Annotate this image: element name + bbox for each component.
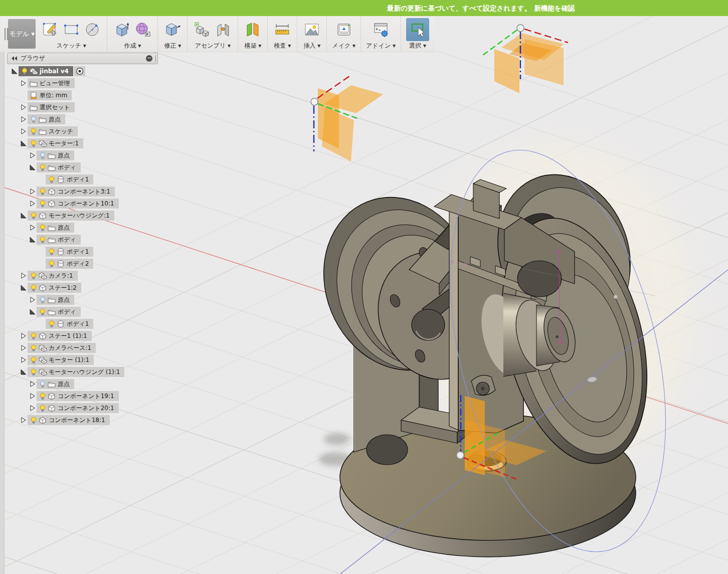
- expand-arrow-icon[interactable]: [19, 272, 28, 280]
- collapse-arrow-icon[interactable]: [28, 308, 37, 316]
- tree-row[interactable]: ボディ: [0, 161, 124, 173]
- tree-row[interactable]: カメラ:1: [0, 270, 124, 282]
- form-icon[interactable]: [133, 19, 152, 40]
- tree-row[interactable]: 選択セット: [0, 101, 124, 113]
- workspace-dropdown[interactable]: モデル ▾: [8, 19, 36, 49]
- panel-resize-handle[interactable]: [155, 55, 156, 62]
- tree-row[interactable]: 原点: [0, 222, 124, 234]
- visibility-bulb-icon[interactable]: [29, 128, 38, 135]
- visibility-bulb-icon[interactable]: [38, 308, 47, 316]
- collapse-panel-icon[interactable]: [11, 56, 18, 61]
- visibility-bulb-icon[interactable]: [47, 260, 56, 268]
- expand-arrow-icon[interactable]: [28, 200, 37, 208]
- tree-row[interactable]: 単位: mm: [0, 89, 124, 101]
- visibility-bulb-icon[interactable]: [29, 368, 38, 376]
- tree-row[interactable]: ボディ2: [0, 258, 124, 270]
- tree-row[interactable]: コンポーネント19:1: [0, 390, 124, 402]
- activate-radio[interactable]: [74, 66, 85, 76]
- tree-row[interactable]: ビュー管理: [0, 77, 124, 89]
- collapse-arrow-icon[interactable]: [19, 139, 28, 147]
- tree-row[interactable]: 原点: [0, 149, 124, 161]
- model-gimbal[interactable]: [298, 156, 671, 557]
- visibility-bulb-icon[interactable]: [38, 200, 47, 208]
- expand-arrow-icon[interactable]: [19, 344, 28, 352]
- origin-point[interactable]: [311, 98, 318, 105]
- visibility-bulb-icon[interactable]: [38, 236, 47, 244]
- toolbar-group-label[interactable]: アセンブリ ▾: [195, 42, 231, 50]
- collapse-arrow-icon[interactable]: [28, 236, 37, 244]
- expand-arrow-icon[interactable]: [28, 392, 37, 400]
- tree-row[interactable]: 原点: [0, 113, 124, 125]
- expand-arrow-icon[interactable]: [28, 224, 37, 232]
- toolbar-group-label[interactable]: 作成 ▾: [124, 42, 141, 50]
- tree-row[interactable]: jinbal v4: [0, 65, 124, 77]
- expand-arrow-icon[interactable]: [19, 332, 28, 340]
- visibility-bulb-icon[interactable]: [38, 188, 47, 196]
- tree-row[interactable]: ボディ1: [0, 246, 124, 258]
- expand-arrow-icon[interactable]: [28, 296, 37, 304]
- joint-icon[interactable]: [214, 19, 233, 40]
- tree-row[interactable]: スケッチ: [0, 125, 124, 137]
- collapse-arrow-icon[interactable]: [28, 163, 37, 171]
- expand-arrow-icon[interactable]: [28, 187, 37, 196]
- tree-row[interactable]: モーター:1: [0, 137, 124, 149]
- tree-row[interactable]: カメラベース:1: [0, 342, 124, 354]
- visibility-bulb-icon[interactable]: [38, 405, 47, 412]
- whats-new-link[interactable]: 新機能を確認: [534, 4, 575, 12]
- measure-icon[interactable]: [273, 19, 292, 40]
- visibility-bulb-icon[interactable]: [47, 320, 56, 328]
- expand-arrow-icon[interactable]: [28, 151, 37, 159]
- visibility-bulb-icon[interactable]: [38, 164, 47, 171]
- addins-icon[interactable]: [372, 19, 391, 40]
- tree-row[interactable]: ボディ: [0, 234, 124, 246]
- new-component-icon[interactable]: [193, 19, 212, 40]
- visibility-bulb-icon[interactable]: [20, 68, 29, 75]
- tree-row[interactable]: モーターハウジング:1: [0, 210, 124, 222]
- toolbar-group-label[interactable]: 挿入 ▾: [303, 42, 320, 50]
- visibility-bulb-icon[interactable]: [29, 332, 38, 340]
- toolbar-group-label[interactable]: 修正 ▾: [164, 42, 181, 50]
- sketch-create-icon[interactable]: [41, 19, 60, 40]
- expand-arrow-icon[interactable]: [28, 380, 37, 388]
- expand-arrow-icon[interactable]: [19, 416, 28, 424]
- expand-arrow-icon[interactable]: [19, 79, 28, 87]
- tree-row[interactable]: ステー1:2: [0, 282, 124, 294]
- visibility-bulb-icon[interactable]: [29, 212, 38, 220]
- tree-row[interactable]: コンポーネント18:1: [0, 414, 124, 426]
- visibility-bulb-icon[interactable]: [29, 344, 38, 352]
- visibility-bulb-icon[interactable]: [47, 176, 56, 183]
- toolbar-group-label[interactable]: 構築 ▾: [244, 42, 261, 50]
- toolbar-group-label[interactable]: 選択 ▾: [409, 42, 426, 50]
- construction-plane-icon[interactable]: [243, 19, 262, 40]
- tree-row[interactable]: コンポーネント20:1: [0, 402, 124, 414]
- rectangle-tool-icon[interactable]: [62, 19, 81, 40]
- visibility-bulb-icon[interactable]: [38, 296, 47, 304]
- select-icon[interactable]: [406, 18, 429, 41]
- tree-row[interactable]: モーターハウジング (1):1: [0, 366, 124, 378]
- tree-row[interactable]: ステー1 (1):1: [0, 330, 124, 342]
- visibility-bulb-icon[interactable]: [38, 380, 47, 388]
- visibility-bulb-icon[interactable]: [38, 152, 47, 159]
- tree-row[interactable]: ボディ1: [0, 318, 124, 330]
- make-icon[interactable]: [334, 19, 353, 40]
- tree-row[interactable]: ボディ1: [0, 173, 124, 185]
- tree-row[interactable]: モーター (1):1: [0, 354, 124, 366]
- origin-point[interactable]: [517, 25, 524, 32]
- extrude-icon[interactable]: [112, 19, 131, 40]
- visibility-bulb-icon[interactable]: [47, 248, 56, 256]
- insert-image-icon[interactable]: [302, 19, 321, 40]
- expand-arrow-icon[interactable]: [19, 115, 28, 123]
- expand-arrow-icon[interactable]: [19, 127, 28, 135]
- hide-all-icon[interactable]: −: [146, 55, 152, 62]
- visibility-bulb-icon[interactable]: [29, 140, 38, 147]
- press-pull-icon[interactable]: [163, 19, 182, 40]
- expand-arrow-icon[interactable]: [19, 356, 28, 364]
- collapse-arrow-icon[interactable]: [19, 284, 28, 292]
- visibility-bulb-icon[interactable]: [29, 116, 38, 123]
- tree-row[interactable]: コンポーネント3:1: [0, 185, 124, 198]
- visibility-bulb-icon[interactable]: [29, 356, 38, 364]
- tree-row[interactable]: 原点: [0, 294, 124, 306]
- collapse-arrow-icon[interactable]: [19, 368, 28, 376]
- tree-row[interactable]: コンポーネント10:1: [0, 198, 124, 210]
- visibility-bulb-icon[interactable]: [29, 272, 38, 280]
